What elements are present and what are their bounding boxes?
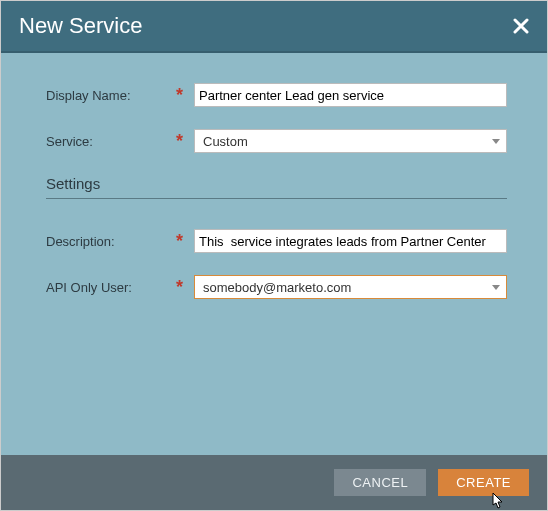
section-divider	[46, 198, 507, 199]
modal-body: Display Name: * Service: * Custom Settin…	[1, 53, 547, 455]
description-row: Description: *	[46, 229, 507, 253]
service-row: Service: * Custom	[46, 129, 507, 153]
required-mark: *	[176, 278, 194, 296]
api-only-user-select-value: somebody@marketo.com	[203, 280, 351, 295]
modal-header: New Service	[1, 1, 547, 53]
required-mark: *	[176, 232, 194, 250]
api-only-user-select[interactable]: somebody@marketo.com	[194, 275, 507, 299]
cancel-button[interactable]: CANCEL	[334, 469, 426, 496]
display-name-row: Display Name: *	[46, 83, 507, 107]
api-only-user-label: API Only User:	[46, 280, 176, 295]
api-only-user-row: API Only User: * somebody@marketo.com	[46, 275, 507, 299]
modal-title: New Service	[19, 13, 142, 39]
service-select-value: Custom	[203, 134, 248, 149]
settings-heading: Settings	[46, 175, 507, 192]
display-name-input[interactable]	[194, 83, 507, 107]
chevron-down-icon	[492, 139, 500, 144]
service-select[interactable]: Custom	[194, 129, 507, 153]
service-label: Service:	[46, 134, 176, 149]
new-service-modal: New Service Display Name: * Service: * C…	[0, 0, 548, 511]
close-icon[interactable]	[513, 18, 529, 34]
chevron-down-icon	[492, 285, 500, 290]
required-mark: *	[176, 86, 194, 104]
modal-footer: CANCEL CREATE	[1, 455, 547, 510]
create-button[interactable]: CREATE	[438, 469, 529, 496]
description-input[interactable]	[194, 229, 507, 253]
required-mark: *	[176, 132, 194, 150]
display-name-label: Display Name:	[46, 88, 176, 103]
description-label: Description:	[46, 234, 176, 249]
